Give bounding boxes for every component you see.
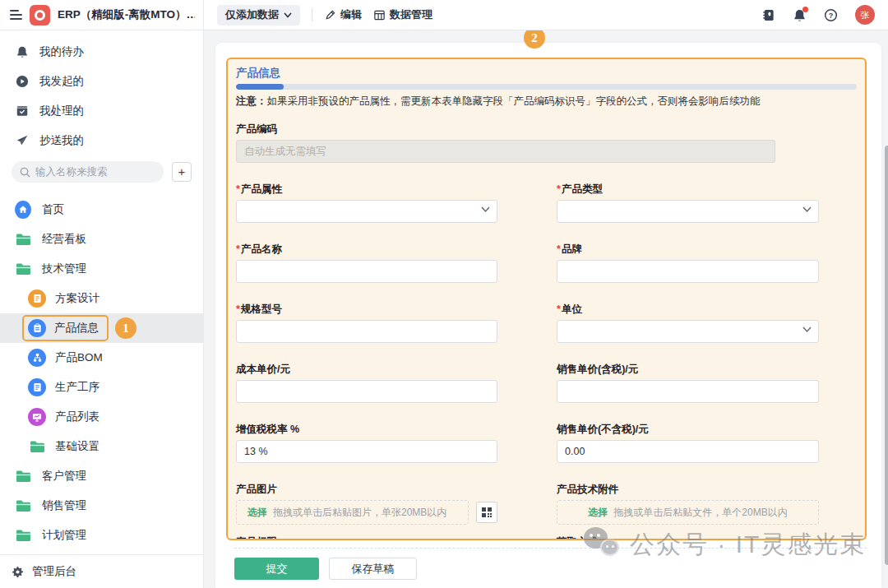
item-label: 计划管理	[42, 528, 86, 543]
qr-scan-button[interactable]	[476, 502, 497, 523]
item-label: 管理后台	[32, 564, 76, 579]
required-star: *	[557, 303, 561, 315]
sidebar-item-home[interactable]: 首页	[0, 195, 203, 225]
folder-open-icon	[15, 262, 31, 275]
form-grid: 产品编码 *产品属性 *产品类型 *产品名称 *品牌	[236, 123, 857, 540]
folder-icon	[15, 233, 31, 246]
sidebar-item-customer-manage[interactable]: 客户管理	[0, 461, 203, 491]
toolbar: 仅添加数据 编辑 数据管理	[204, 5, 432, 25]
unit-select[interactable]	[557, 320, 819, 343]
field-unit: *单位	[557, 303, 819, 343]
monitor-chart-icon	[28, 408, 46, 426]
item-label: 首页	[42, 202, 64, 217]
qr-code-icon	[481, 507, 493, 518]
upload-hint: 拖拽或单击后粘贴图片，单张20MB以内	[273, 506, 446, 520]
field-label: *规格型号	[236, 303, 497, 317]
sidebar-item-scheme-design[interactable]: 方案设计	[0, 284, 203, 313]
sale-price-tax-input[interactable]	[557, 380, 819, 403]
sidebar-item-plan-manage[interactable]: 计划管理	[0, 521, 203, 550]
field-product-permission: 产品权限	[236, 535, 497, 540]
field-product-type: *产品类型	[557, 183, 819, 223]
item-label: 产品信息	[54, 321, 99, 336]
field-spec-model: *规格型号	[236, 303, 497, 343]
mode-dropdown-label: 仅添加数据	[225, 7, 279, 22]
search-box[interactable]	[12, 161, 164, 183]
annotation-badge-1: 1	[115, 317, 136, 339]
search-icon	[20, 167, 30, 178]
sidebar-item-my-processed[interactable]: 我处理的	[0, 96, 203, 126]
table-icon	[373, 9, 386, 21]
label-text: 产品名称	[241, 243, 282, 255]
field-label: 获取方式	[557, 535, 819, 540]
contacts-book-icon[interactable]	[761, 8, 775, 22]
item-label: 基础设置	[55, 439, 99, 454]
item-label: 技术管理	[42, 262, 86, 276]
sidebar-item-product-bom[interactable]: 产品BOM	[0, 343, 203, 373]
field-label: 产品图片	[236, 483, 497, 497]
folder-icon	[28, 440, 46, 453]
notifications-bell-icon[interactable]	[793, 8, 807, 22]
required-star: *	[557, 243, 561, 255]
panel-title: 产品信息	[236, 66, 857, 81]
chevron-down-icon	[284, 12, 292, 18]
sidebar-item-sales-manage[interactable]: 销售管理	[0, 491, 203, 521]
item-label: 方案设计	[55, 291, 99, 306]
product-name-input[interactable]	[236, 260, 497, 283]
help-icon[interactable]: ?	[824, 8, 838, 22]
notification-dot	[802, 7, 808, 12]
selected-item-highlight: 产品信息	[22, 315, 109, 341]
sidebar-item-product-list[interactable]: 产品列表	[0, 402, 203, 432]
item-label: 生产工序	[55, 380, 99, 395]
product-image-upload[interactable]: 选择 拖拽或单击后粘贴图片，单张20MB以内	[236, 500, 469, 525]
notice-body: 如果采用非预设的产品属性，需更新本表单隐藏字段「产品编码标识号」字段的公式，否则…	[267, 95, 761, 107]
submit-button[interactable]: 提交	[234, 558, 319, 580]
data-manage-button[interactable]: 数据管理	[373, 7, 432, 22]
document-icon	[28, 378, 46, 396]
field-label: *产品属性	[236, 183, 497, 197]
sidebar-item-my-initiated[interactable]: 我发起的	[0, 67, 203, 96]
edit-button-label: 编辑	[340, 7, 362, 22]
field-label: *产品类型	[557, 183, 819, 197]
mode-dropdown[interactable]: 仅添加数据	[217, 5, 300, 25]
progress-fill	[236, 84, 284, 90]
save-draft-button[interactable]: 保存草稿	[329, 558, 417, 580]
sidebar-item-tech-manage[interactable]: 技术管理	[0, 254, 203, 284]
item-label: 产品BOM	[55, 350, 103, 365]
item-label: 销售管理	[42, 498, 86, 513]
top-bar: ERP（精细版-离散MTO）…… 仅添加数据 编辑 数据管理 ? 张	[0, 0, 888, 30]
brand-input[interactable]	[557, 260, 819, 283]
folder-icon	[15, 529, 31, 542]
sidebar-item-product-info[interactable]: 产品信息 1	[0, 313, 203, 343]
search-input[interactable]	[35, 166, 134, 178]
pencil-icon	[324, 9, 336, 21]
sidebar-item-business-board[interactable]: 经营看板	[0, 225, 203, 254]
add-button[interactable]: +	[172, 162, 192, 182]
field-product-image: 产品图片 选择 拖拽或单击后粘贴图片，单张20MB以内	[236, 483, 497, 525]
upload-select-label: 选择	[247, 506, 267, 520]
notice-prefix: 注意：	[236, 95, 267, 107]
menu-icon[interactable]	[10, 10, 22, 20]
sidebar-item-basic-settings[interactable]: 基础设置	[0, 432, 203, 461]
product-attachment-upload[interactable]: 选择 拖拽或单击后粘贴文件，单个20MB以内	[557, 500, 819, 525]
edit-button[interactable]: 编辑	[324, 7, 362, 22]
sidebar-item-admin-backend[interactable]: 管理后台	[0, 555, 203, 588]
product-attribute-select[interactable]	[236, 200, 497, 223]
upload-select-label: 选择	[588, 506, 608, 520]
user-avatar[interactable]: 张	[855, 5, 875, 25]
cost-price-input[interactable]	[236, 380, 497, 403]
vat-rate-input[interactable]	[236, 440, 497, 463]
field-brand: *品牌	[557, 243, 819, 283]
sidebar-item-my-todo[interactable]: 我的待办	[0, 37, 203, 67]
sale-price-notax-input[interactable]	[557, 440, 819, 463]
form-actions: 提交 保存草稿	[234, 558, 417, 580]
product-type-select[interactable]	[557, 200, 819, 223]
label-text: 规格型号	[241, 303, 282, 315]
vertical-scrollbar[interactable]	[885, 146, 888, 565]
item-label: 客户管理	[42, 469, 86, 484]
bom-icon	[28, 349, 46, 367]
sidebar-item-production-process[interactable]: 生产工序	[0, 373, 203, 402]
sidebar-item-cc-me[interactable]: 抄送我的	[0, 126, 203, 155]
gear-icon	[12, 566, 25, 578]
item-label: 经营看板	[42, 232, 86, 247]
spec-model-input[interactable]	[236, 320, 497, 343]
